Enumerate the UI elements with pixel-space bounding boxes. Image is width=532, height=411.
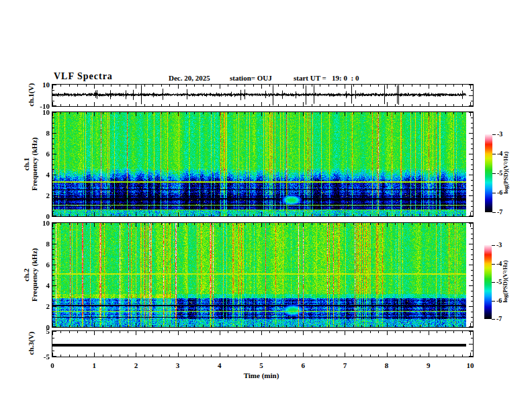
y-tick-label: 6 — [30, 260, 50, 269]
ch1-spectrogram-canvas — [52, 112, 473, 216]
ch2-frequency-unit-label: Frequency (kHz) — [30, 244, 38, 306]
x-tick-label: 1 — [85, 361, 103, 370]
y-tick-label: 10 — [30, 80, 50, 89]
y-tick-label: 10 — [30, 218, 50, 228]
colorbar-tick — [492, 245, 495, 246]
ch2-spectrogram-panel — [52, 222, 474, 328]
ch1-channel-label: ch.1 — [22, 133, 30, 195]
colorbar-tick — [492, 319, 495, 320]
colorbar-tick-label: -7 — [496, 315, 502, 323]
time-axis-title: Time (min) — [231, 371, 292, 379]
colorbar-unit-label: log(PSD)(V²/Hz) — [502, 249, 508, 314]
x-tick-label: 0 — [44, 361, 61, 370]
x-tick-label: 7 — [336, 361, 353, 370]
ch3-voltage-panel — [52, 330, 474, 357]
y-tick-label: 4 — [30, 170, 50, 179]
y-tick-label: 6 — [30, 149, 50, 158]
y-tick-label: 8 — [30, 239, 50, 248]
plot-title: VLF Spectra — [54, 71, 113, 82]
colorbar-tick — [492, 134, 496, 135]
colorbar — [484, 245, 492, 319]
ch1-frequency-axis-label: ch.1 Frequency (kHz) — [22, 133, 39, 195]
x-tick-label: 3 — [169, 361, 187, 370]
ch1-spectrogram-panel — [52, 111, 474, 217]
colorbar-tick — [492, 154, 496, 154]
x-tick-label: 5 — [253, 361, 270, 370]
start-ut-label: start UT = 19: 0 : 0 — [294, 74, 359, 82]
colorbar-tick — [492, 301, 495, 302]
ch2-spectrogram-canvas — [52, 223, 473, 327]
colorbar-tick-label: -3 — [497, 130, 502, 138]
ch1-voltage-waveform-canvas — [52, 85, 473, 106]
colorbar-unit-label: log(PSD)(V²/Hz) — [502, 140, 509, 205]
ch1-voltage-panel — [52, 84, 474, 107]
date-label: Dec. 20, 2025 — [169, 74, 210, 82]
y-tick-label: 10 — [30, 107, 50, 117]
x-tick-label: 10 — [461, 361, 479, 370]
ch2-frequency-axis-label: ch.2 Frequency (kHz) — [22, 244, 39, 306]
colorbar-tick — [492, 193, 496, 193]
y-tick-label: -5 — [30, 352, 50, 361]
x-tick-label: 2 — [127, 361, 144, 370]
colorbar-tick — [492, 212, 496, 213]
ch3-voltage-canvas — [52, 331, 473, 357]
y-tick-label: 4 — [30, 281, 50, 290]
y-tick-label: 2 — [30, 302, 50, 311]
ch1-frequency-unit-label: Frequency (kHz) — [30, 133, 38, 195]
x-tick-label: 8 — [378, 361, 396, 370]
colorbar-tick — [492, 264, 495, 265]
colorbar-tick — [492, 282, 495, 283]
colorbar-tick-label: -7 — [497, 208, 502, 216]
colorbar — [485, 134, 492, 212]
colorbar-tick-label: -3 — [496, 241, 502, 249]
ch2-channel-label: ch.2 — [22, 244, 30, 306]
x-tick-label: 9 — [420, 361, 437, 370]
colorbar-tick — [492, 173, 496, 174]
vlf-spectra-page: { "header":{ "title":"VLF Spectra", "dat… — [0, 0, 532, 411]
x-tick-label: 4 — [211, 361, 228, 370]
station-label: station= OUJ — [230, 74, 272, 82]
x-tick-label: 6 — [294, 361, 312, 370]
y-tick-label: 5 — [30, 326, 50, 336]
y-tick-label: 8 — [30, 128, 50, 138]
y-tick-label: 2 — [30, 191, 50, 200]
